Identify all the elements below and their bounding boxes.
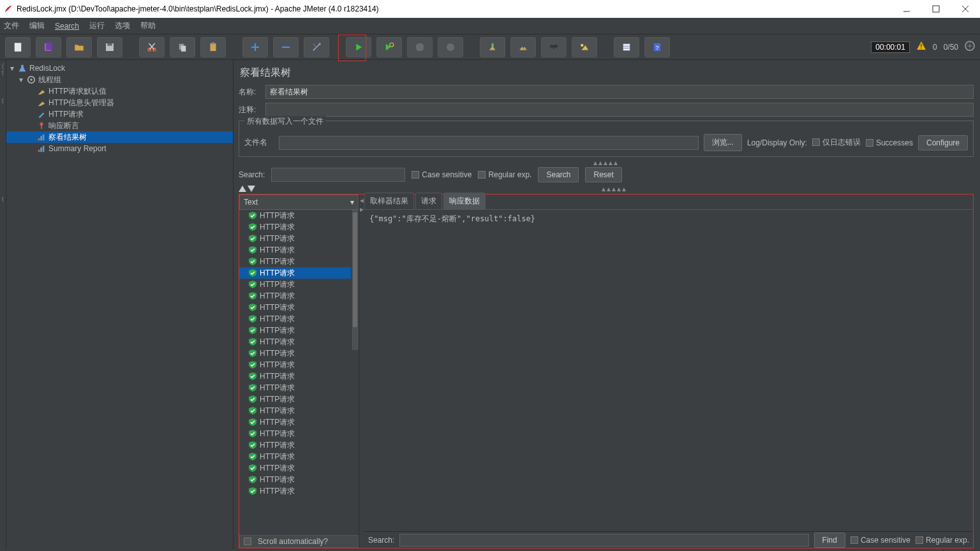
cut-icon[interactable] bbox=[139, 37, 165, 57]
search-button[interactable]: Search bbox=[538, 167, 579, 182]
sample-row[interactable]: HTTP请求 bbox=[239, 485, 359, 497]
maximize-button[interactable] bbox=[921, 0, 951, 18]
menu-file[interactable]: 文件 bbox=[4, 20, 19, 31]
sample-row[interactable]: HTTP请求 bbox=[239, 336, 359, 348]
success-shield-icon bbox=[248, 395, 257, 403]
response-tabs: 取样器结果 请求 响应数据 bbox=[364, 195, 973, 210]
split-handle[interactable]: ◂▸ bbox=[359, 195, 364, 548]
sample-row[interactable]: HTTP请求 bbox=[239, 348, 359, 359]
sample-row[interactable]: HTTP请求 bbox=[239, 462, 359, 474]
response-search-input[interactable] bbox=[399, 534, 808, 547]
sample-row[interactable]: HTTP请求 bbox=[239, 325, 359, 336]
sample-row[interactable]: HTTP请求 bbox=[239, 302, 359, 313]
drag-handle-2[interactable]: ▴▴▴▴▴ bbox=[239, 185, 974, 193]
paste-icon[interactable] bbox=[200, 37, 226, 57]
function-helper-icon[interactable] bbox=[614, 37, 639, 57]
successes-checkbox[interactable]: Successes bbox=[866, 138, 913, 147]
search-icon[interactable] bbox=[541, 37, 567, 57]
reset-button[interactable]: Reset bbox=[585, 167, 621, 182]
browse-button[interactable]: 浏览... bbox=[704, 134, 742, 151]
menu-run[interactable]: 运行 bbox=[89, 20, 105, 31]
menu-options[interactable]: 选项 bbox=[115, 20, 130, 31]
start-icon[interactable] bbox=[346, 37, 371, 57]
sample-row[interactable]: HTTP请求 bbox=[239, 256, 359, 267]
tree-node-summary[interactable]: Summary Report bbox=[6, 143, 233, 154]
tree-node-view-results[interactable]: 察看结果树 bbox=[6, 131, 233, 143]
expand-status-icon[interactable] bbox=[965, 41, 975, 53]
sample-row[interactable]: HTTP请求 bbox=[239, 290, 359, 302]
sample-row[interactable]: HTTP请求 bbox=[239, 359, 359, 371]
sample-row[interactable]: HTTP请求 bbox=[239, 221, 359, 233]
renderer-dropdown[interactable]: Text ▾ bbox=[239, 195, 359, 210]
response-regex-checkbox[interactable]: Regular exp. bbox=[916, 536, 969, 545]
sample-row[interactable]: HTTP请求 bbox=[239, 382, 359, 393]
sample-scrollbar[interactable] bbox=[351, 210, 359, 350]
sample-row[interactable]: HTTP请求 bbox=[239, 428, 359, 439]
only-errors-checkbox[interactable]: 仅日志错误 bbox=[812, 137, 861, 148]
menu-search[interactable]: Search bbox=[55, 22, 79, 31]
sample-row[interactable]: HTTP请求 bbox=[239, 210, 359, 221]
comment-input[interactable] bbox=[265, 103, 974, 117]
response-case-checkbox[interactable]: Case sensitive bbox=[850, 536, 910, 545]
sample-label: HTTP请求 bbox=[260, 360, 295, 371]
sample-row[interactable]: HTTP请求 bbox=[239, 451, 359, 462]
success-shield-icon bbox=[248, 246, 257, 254]
tree-node-assertion[interactable]: 响应断言 bbox=[6, 120, 233, 131]
tree-node-http-defaults[interactable]: HTTP请求默认值 bbox=[6, 85, 233, 97]
minimize-button[interactable] bbox=[892, 0, 921, 18]
tree-node-threadgroup[interactable]: ▾ 线程组 bbox=[6, 74, 233, 85]
case-checkbox[interactable]: Case sensitive bbox=[412, 170, 471, 179]
sample-row[interactable]: HTTP请求 bbox=[239, 267, 359, 279]
tree-node-http-request[interactable]: HTTP请求 bbox=[6, 108, 233, 120]
sample-label: HTTP请求 bbox=[260, 245, 295, 256]
sample-row[interactable]: HTTP请求 bbox=[239, 393, 359, 405]
success-shield-icon bbox=[248, 487, 257, 495]
response-body[interactable]: {"msg":"库存不足-熔断","result":false} bbox=[364, 210, 973, 531]
tab-sampler-result[interactable]: 取样器结果 bbox=[364, 193, 414, 209]
help-icon[interactable]: ? bbox=[644, 37, 670, 57]
chevron-down-icon[interactable]: ▾ bbox=[9, 65, 15, 71]
sample-row[interactable]: HTTP请求 bbox=[239, 313, 359, 325]
shutdown-icon[interactable] bbox=[438, 37, 463, 57]
sample-row[interactable]: HTTP请求 bbox=[239, 244, 359, 256]
chevron-down-icon[interactable]: ▾ bbox=[18, 77, 24, 83]
results-search-input[interactable] bbox=[271, 168, 405, 182]
sample-row[interactable]: HTTP请求 bbox=[239, 279, 359, 290]
collapse-icon[interactable] bbox=[273, 37, 299, 57]
drag-handle-1[interactable]: ▴▴▴▴▴ bbox=[239, 159, 974, 166]
tree-node-testplan[interactable]: ▾ RedisLock bbox=[6, 62, 233, 74]
scroll-auto-checkbox[interactable]: Scroll automatically? bbox=[239, 535, 359, 548]
sample-row[interactable]: HTTP请求 bbox=[239, 439, 359, 451]
close-button[interactable] bbox=[951, 0, 980, 18]
sample-row[interactable]: HTTP请求 bbox=[239, 233, 359, 244]
save-icon[interactable] bbox=[97, 37, 122, 57]
reset-search-icon[interactable] bbox=[572, 37, 597, 57]
clear-icon[interactable] bbox=[480, 37, 505, 57]
expand-icon[interactable] bbox=[242, 37, 268, 57]
sample-row[interactable]: HTTP请求 bbox=[239, 371, 359, 382]
sample-row[interactable]: HTTP请求 bbox=[239, 416, 359, 428]
sample-list[interactable]: HTTP请求HTTP请求HTTP请求HTTP请求HTTP请求HTTP请求HTTP… bbox=[239, 210, 359, 535]
templates-icon[interactable] bbox=[36, 37, 61, 57]
new-icon[interactable] bbox=[5, 37, 31, 57]
tab-response-data[interactable]: 响应数据 bbox=[443, 193, 486, 209]
menu-edit[interactable]: 编辑 bbox=[29, 20, 45, 31]
regex-checkbox[interactable]: Regular exp. bbox=[478, 170, 531, 179]
svg-rect-46 bbox=[40, 136, 42, 140]
filename-input[interactable] bbox=[279, 136, 699, 150]
find-button[interactable]: Find bbox=[814, 533, 845, 548]
open-icon[interactable] bbox=[66, 37, 92, 57]
configure-button[interactable]: Configure bbox=[918, 135, 968, 151]
copy-icon[interactable] bbox=[170, 37, 195, 57]
toggle-icon[interactable] bbox=[304, 37, 329, 57]
sample-row[interactable]: HTTP请求 bbox=[239, 405, 359, 416]
test-plan-tree[interactable]: ▾ RedisLock ▾ 线程组 HTTP请求默认值 HTTP信息头管理器 H… bbox=[6, 60, 234, 550]
tab-request[interactable]: 请求 bbox=[415, 193, 442, 209]
start-no-timers-icon[interactable] bbox=[376, 37, 402, 57]
stop-icon[interactable] bbox=[407, 37, 433, 57]
tree-node-http-header[interactable]: HTTP信息头管理器 bbox=[6, 97, 233, 108]
name-input[interactable] bbox=[265, 85, 974, 99]
clear-all-icon[interactable] bbox=[510, 37, 536, 57]
menu-help[interactable]: 帮助 bbox=[140, 20, 156, 31]
sample-row[interactable]: HTTP请求 bbox=[239, 474, 359, 485]
